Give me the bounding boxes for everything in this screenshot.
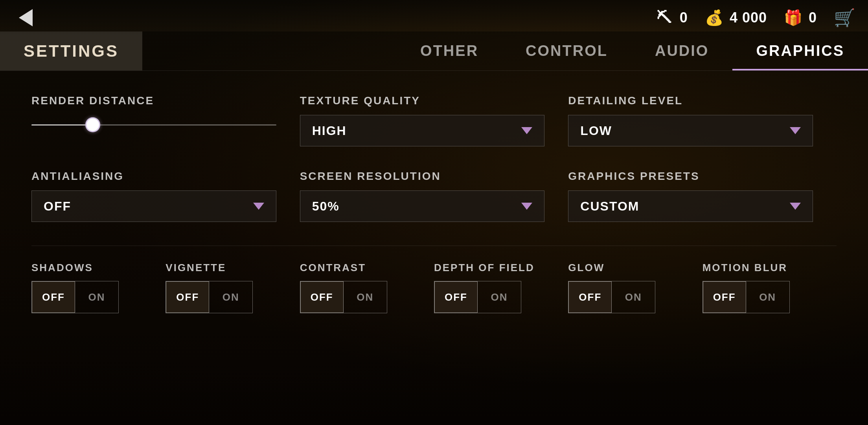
- shadows-off-button[interactable]: OFF: [32, 281, 75, 313]
- texture-quality-value: HIGH: [312, 124, 347, 138]
- texture-quality-dropdown[interactable]: HIGH: [300, 115, 545, 146]
- antialiasing-value: OFF: [44, 199, 71, 214]
- back-arrow-icon: [19, 9, 33, 26]
- settings-panel: SETTINGS OTHER CONTROL AUDIO GRAPHICS RE…: [0, 31, 868, 425]
- texture-quality-arrow-icon: [521, 127, 532, 134]
- glow-off-button[interactable]: OFF: [568, 281, 612, 313]
- tab-control[interactable]: CONTROL: [502, 31, 631, 70]
- back-button[interactable]: [12, 4, 39, 31]
- settings-row-1: RENDER DISTANCE TEXTURE QUALITY HIGH DET…: [31, 94, 837, 146]
- motion-blur-off-button[interactable]: OFF: [703, 281, 746, 313]
- screen-resolution-label: SCREEN RESOLUTION: [300, 170, 545, 183]
- money-value: 4 000: [730, 9, 767, 26]
- contrast-on-button[interactable]: ON: [344, 281, 387, 313]
- currency-money: 💰 4 000: [704, 7, 767, 28]
- settings-title-section: SETTINGS: [0, 31, 142, 70]
- tab-audio[interactable]: AUDIO: [631, 31, 732, 70]
- chest-icon: 🎁: [783, 7, 804, 28]
- dof-off-button[interactable]: OFF: [434, 281, 478, 313]
- settings-title-text: SETTINGS: [24, 42, 119, 61]
- detailing-level-dropdown[interactable]: LOW: [568, 115, 813, 146]
- top-right-hud: ⛏ 0 💰 4 000 🎁 0 🛒: [654, 6, 856, 30]
- depth-of-field-label: DEPTH OF FIELD: [434, 262, 568, 274]
- texture-quality-label: TEXTURE QUALITY: [300, 94, 545, 107]
- settings-title-bar: SETTINGS OTHER CONTROL AUDIO GRAPHICS: [0, 31, 868, 71]
- detailing-level-arrow-icon: [790, 127, 801, 134]
- texture-quality-col: TEXTURE QUALITY HIGH: [300, 94, 568, 146]
- vignette-on-button[interactable]: ON: [209, 281, 252, 313]
- tab-graphics[interactable]: GRAPHICS: [732, 31, 868, 70]
- motion-blur-toggle-col: MOTION BLUR OFF ON: [702, 262, 837, 313]
- cart-button[interactable]: 🛒: [833, 6, 856, 30]
- glow-on-button[interactable]: ON: [612, 281, 655, 313]
- depth-of-field-toggle-col: DEPTH OF FIELD OFF ON: [434, 262, 568, 313]
- shadows-toggle-group: OFF ON: [31, 281, 119, 313]
- slider-thumb[interactable]: [85, 117, 100, 132]
- cart-icon: 🛒: [834, 7, 855, 28]
- currency-chest: 🎁 0: [783, 7, 817, 28]
- screen-resolution-arrow-icon: [521, 203, 532, 210]
- depth-of-field-toggle-group: OFF ON: [434, 281, 521, 313]
- graphics-presets-col: GRAPHICS PRESETS CUSTOM: [568, 170, 837, 222]
- contrast-toggle-group: OFF ON: [300, 281, 387, 313]
- tab-navigation: OTHER CONTROL AUDIO GRAPHICS: [142, 31, 868, 70]
- detailing-level-col: DETAILING LEVEL LOW: [568, 94, 837, 146]
- tab-other[interactable]: OTHER: [397, 31, 502, 70]
- dof-on-button[interactable]: ON: [478, 281, 521, 313]
- graphics-presets-value: CUSTOM: [580, 199, 639, 214]
- gold-icon: ⛏: [654, 7, 675, 28]
- antialiasing-col: ANTIALIASING OFF: [31, 170, 300, 222]
- money-icon: 💰: [704, 7, 725, 28]
- screen-resolution-dropdown[interactable]: 50%: [300, 190, 545, 222]
- contrast-label: CONTRAST: [300, 262, 434, 274]
- gold-value: 0: [680, 9, 688, 26]
- render-distance-col: RENDER DISTANCE: [31, 94, 300, 135]
- motion-blur-on-button[interactable]: ON: [746, 281, 789, 313]
- motion-blur-toggle-group: OFF ON: [702, 281, 790, 313]
- graphics-content: RENDER DISTANCE TEXTURE QUALITY HIGH DET…: [0, 71, 868, 337]
- antialiasing-label: ANTIALIASING: [31, 170, 276, 183]
- screen-resolution-value: 50%: [312, 199, 340, 214]
- graphics-presets-dropdown[interactable]: CUSTOM: [568, 190, 813, 222]
- render-distance-slider[interactable]: [31, 115, 276, 135]
- graphics-presets-arrow-icon: [790, 203, 801, 210]
- shadows-toggle-col: SHADOWS OFF ON: [31, 262, 166, 313]
- chest-value: 0: [809, 9, 817, 26]
- top-bar: ⛏ 0 💰 4 000 🎁 0 🛒: [0, 0, 868, 35]
- detailing-level-value: LOW: [580, 124, 612, 138]
- vignette-toggle-col: VIGNETTE OFF ON: [166, 262, 300, 313]
- screen-resolution-col: SCREEN RESOLUTION 50%: [300, 170, 568, 222]
- contrast-off-button[interactable]: OFF: [300, 281, 344, 313]
- vignette-label: VIGNETTE: [166, 262, 300, 274]
- glow-label: GLOW: [568, 262, 702, 274]
- detailing-level-label: DETAILING LEVEL: [568, 94, 813, 107]
- antialiasing-dropdown[interactable]: OFF: [31, 190, 276, 222]
- shadows-on-button[interactable]: ON: [75, 281, 118, 313]
- contrast-toggle-col: CONTRAST OFF ON: [300, 262, 434, 313]
- antialiasing-arrow-icon: [253, 203, 264, 210]
- render-distance-label: RENDER DISTANCE: [31, 94, 276, 107]
- slider-track: [31, 124, 276, 126]
- shadows-label: SHADOWS: [31, 262, 166, 274]
- toggle-section: SHADOWS OFF ON VIGNETTE OFF: [31, 262, 837, 313]
- vignette-toggle-group: OFF ON: [166, 281, 253, 313]
- glow-toggle-col: GLOW OFF ON: [568, 262, 702, 313]
- glow-toggle-group: OFF ON: [568, 281, 655, 313]
- motion-blur-label: MOTION BLUR: [702, 262, 837, 274]
- currency-gold: ⛏ 0: [654, 7, 688, 28]
- settings-row-2: ANTIALIASING OFF SCREEN RESOLUTION 50% G…: [31, 170, 837, 222]
- horizontal-divider: [31, 246, 837, 246]
- vignette-off-button[interactable]: OFF: [166, 281, 209, 313]
- graphics-presets-label: GRAPHICS PRESETS: [568, 170, 813, 183]
